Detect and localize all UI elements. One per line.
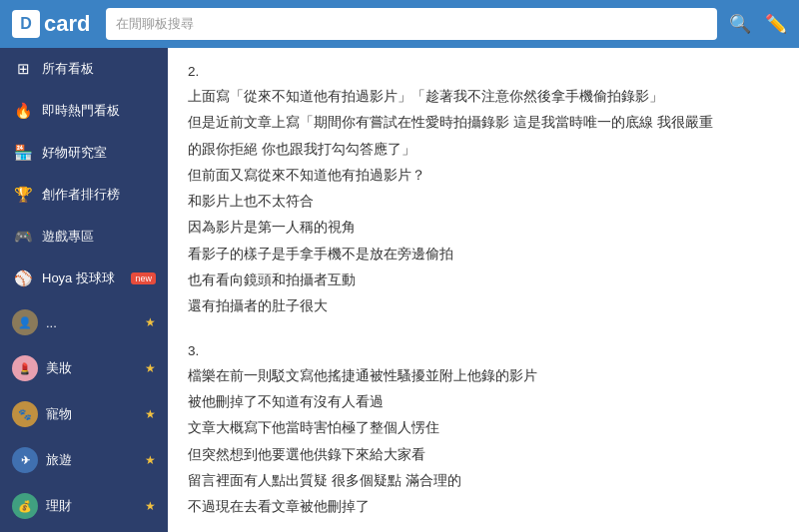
- sidebar-label: ...: [46, 315, 141, 330]
- avatar-finance: 💰: [12, 493, 38, 519]
- line: 但突然想到他要選他供錄下來給大家看: [188, 443, 779, 467]
- game-zone-icon: 🎮: [12, 226, 34, 248]
- sidebar-item-makeup[interactable]: 💄 美妝 ★: [0, 345, 168, 391]
- sidebar: ⊞ 所有看板 🔥 即時熱門看板 🏪 好物研究室 🏆 創作者排行榜 🎮 遊戲專區 …: [0, 48, 168, 532]
- sidebar-label: 理財: [46, 497, 141, 515]
- line: 因為影片是第一人稱的視角: [188, 216, 779, 240]
- sidebar-label: 創作者排行榜: [42, 186, 156, 204]
- section-2-text: 上面寫「從來不知道他有拍過影片」「趁著我不注意你然後拿手機偷拍錄影」 但是近前文…: [188, 85, 779, 319]
- search-icon[interactable]: 🔍: [729, 13, 751, 35]
- section-2: 2. 上面寫「從來不知道他有拍過影片」「趁著我不注意你然後拿手機偷拍錄影」 但是…: [188, 64, 779, 319]
- sidebar-label: 好物研究室: [42, 144, 156, 162]
- search-input[interactable]: 在閒聊板搜尋: [106, 8, 717, 40]
- sidebar-item-pets[interactable]: 🐾 寵物 ★: [0, 391, 168, 437]
- line: 不過現在去看文章被他刪掉了: [188, 495, 779, 519]
- sidebar-label: 寵物: [46, 405, 141, 423]
- avatar-makeup: 💄: [12, 355, 38, 381]
- line: 上面寫「從來不知道他有拍過影片」「趁著我不注意你然後拿手機偷拍錄影」: [188, 85, 779, 109]
- sidebar-label: 所有看板: [42, 60, 156, 78]
- sidebar-item-game-zone[interactable]: 🎮 遊戲專區: [0, 216, 168, 258]
- star-icon: ★: [145, 407, 156, 421]
- sidebar-item-travel[interactable]: ✈ 旅遊 ★: [0, 437, 168, 483]
- hot-boards-icon: 🔥: [12, 100, 34, 122]
- star-icon: ★: [145, 315, 156, 329]
- hoya-icon: ⚾: [12, 267, 34, 289]
- line: 的跟你拒絕 你也跟我打勾勾答應了」: [188, 138, 779, 162]
- logo[interactable]: D card: [12, 10, 92, 38]
- line: 但是近前文章上寫「期間你有嘗試在性愛時拍攝錄影 這是我當時唯一的底線 我很嚴重: [188, 111, 779, 135]
- sidebar-item-all-boards[interactable]: ⊞ 所有看板: [0, 48, 168, 90]
- edit-icon[interactable]: ✏️: [765, 13, 787, 35]
- section-3-text: 檔樂在前一則駁文寫他搖捷通被性騷擾並附上他錄的影片 被他刪掉了不知道有沒有人看過…: [188, 364, 779, 520]
- line: 還有拍攝者的肚子很大: [188, 294, 779, 318]
- goods-lab-icon: 🏪: [12, 142, 34, 164]
- new-badge: new: [131, 272, 156, 284]
- sidebar-item-finance[interactable]: 💰 理財 ★: [0, 483, 168, 529]
- star-icon: ★: [145, 499, 156, 513]
- all-boards-icon: ⊞: [12, 58, 34, 80]
- avatar-pets: 🐾: [12, 401, 38, 427]
- sidebar-label: 即時熱門看板: [42, 102, 156, 120]
- avatar-travel: ✈: [12, 447, 38, 473]
- sidebar-item-hot-boards[interactable]: 🔥 即時熱門看板: [0, 90, 168, 132]
- content-area: 2. 上面寫「從來不知道他有拍過影片」「趁著我不注意你然後拿手機偷拍錄影」 但是…: [168, 48, 799, 532]
- line: 看影子的樣子是手拿手機不是放在旁邊偷拍: [188, 243, 779, 266]
- sidebar-item-creator-rank[interactable]: 🏆 創作者排行榜: [0, 174, 168, 216]
- section-3-number: 3.: [188, 343, 779, 358]
- logo-icon: D: [12, 10, 40, 38]
- line: 也有看向鏡頭和拍攝者互動: [188, 268, 779, 292]
- line: 檔樂在前一則駁文寫他搖捷通被性騷擾並附上他錄的影片: [188, 364, 779, 388]
- main-layout: ⊞ 所有看板 🔥 即時熱門看板 🏪 好物研究室 🏆 創作者排行榜 🎮 遊戲專區 …: [0, 48, 799, 532]
- line: 和影片上也不太符合: [188, 190, 779, 214]
- sidebar-label: Hoya 投球球: [42, 269, 127, 287]
- sidebar-label: 遊戲專區: [42, 228, 156, 246]
- header: D card 在閒聊板搜尋 🔍 ✏️: [0, 0, 799, 48]
- avatar-unknown: 👤: [12, 309, 38, 335]
- section-2-number: 2.: [188, 64, 779, 79]
- line: 文章大概寫下他當時害怕極了整個人愣住: [188, 416, 779, 440]
- line: 但前面又寫從來不知道他有拍過影片？: [188, 164, 779, 188]
- star-icon: ★: [145, 361, 156, 375]
- section-3: 3. 檔樂在前一則駁文寫他搖捷通被性騷擾並附上他錄的影片 被他刪掉了不知道有沒有…: [188, 343, 779, 520]
- sidebar-item-unknown[interactable]: 👤 ... ★: [0, 299, 168, 345]
- sidebar-item-hoya[interactable]: ⚾ Hoya 投球球 new: [0, 258, 168, 299]
- sidebar-item-goods-lab[interactable]: 🏪 好物研究室: [0, 132, 168, 174]
- creator-rank-icon: 🏆: [12, 184, 34, 206]
- line: 留言裡面有人點出質疑 很多個疑點 滿合理的: [188, 469, 779, 493]
- sidebar-label: 美妝: [46, 359, 141, 377]
- star-icon: ★: [145, 453, 156, 467]
- line: 被他刪掉了不知道有沒有人看過: [188, 390, 779, 414]
- header-icons: 🔍 ✏️: [729, 13, 787, 35]
- sidebar-label: 旅遊: [46, 451, 141, 469]
